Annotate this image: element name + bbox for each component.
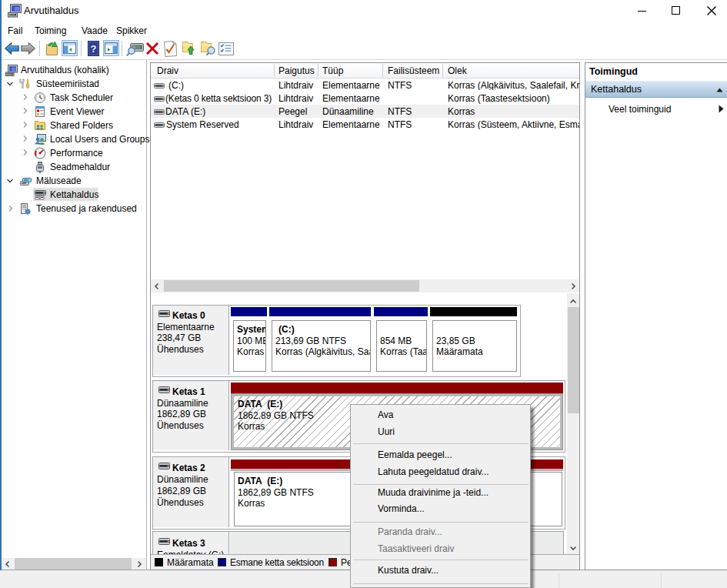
svg-text:?: ? (91, 43, 97, 55)
